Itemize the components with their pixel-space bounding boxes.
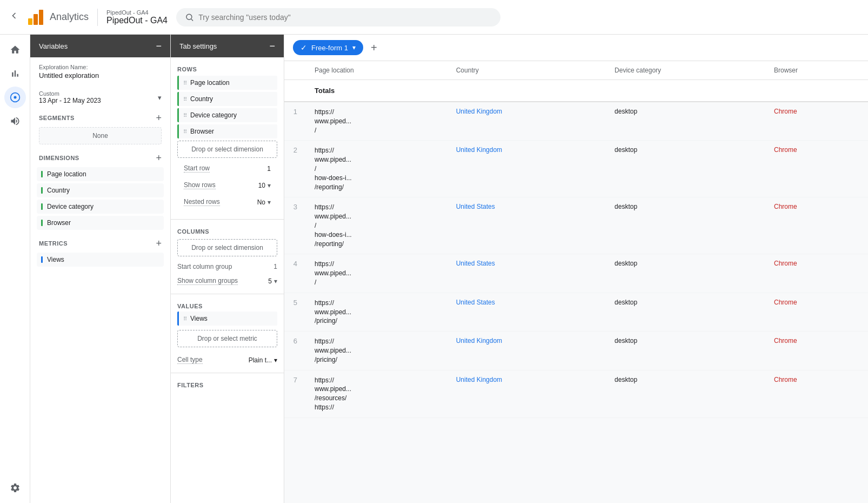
row-browser: Chrome	[765, 102, 868, 141]
date-chevron-icon[interactable]: ▾	[158, 94, 162, 102]
search-bar[interactable]	[176, 8, 500, 27]
data-table-container[interactable]: Page location Country Device category Br…	[284, 61, 868, 503]
tab-settings-panel-close[interactable]: −	[269, 41, 275, 51]
dimension-device-category[interactable]: Device category	[37, 200, 164, 214]
analytics-logo-icon	[26, 8, 45, 27]
drop-col-dimension[interactable]: Drop or select dimension	[177, 239, 277, 256]
account-main: PipedOut - GA4	[106, 16, 168, 25]
exploration-name-section: Exploration Name: Untitled exploration	[30, 57, 170, 86]
dim-bar-icon	[41, 220, 43, 226]
start-row-value[interactable]: 1	[267, 165, 271, 173]
row-country: United States	[448, 197, 606, 254]
drop-metric[interactable]: Drop or select metric	[177, 330, 277, 347]
dim-bar-icon	[41, 187, 43, 194]
show-col-groups-chevron-icon: ▾	[274, 277, 277, 285]
show-rows-select[interactable]: 10 ▾	[258, 182, 271, 189]
row-country[interactable]: ⠿ Country	[177, 92, 277, 106]
row-browser: Chrome	[765, 370, 868, 418]
show-col-groups-select[interactable]: 5 ▾	[268, 277, 277, 285]
tab-check-icon: ✓	[301, 43, 307, 52]
date-section[interactable]: Custom 13 Apr - 12 May 2023 ▾	[30, 86, 170, 109]
add-metric-button[interactable]: +	[156, 239, 162, 248]
exploration-name-label: Exploration Name:	[39, 64, 162, 70]
row-browser: Chrome	[765, 141, 868, 197]
topbar: Analytics PipedOut - GA4 PipedOut - GA4	[0, 0, 868, 35]
back-button[interactable]	[9, 10, 19, 24]
exploration-name: Untitled exploration	[39, 71, 162, 80]
row-country: United Kingdom	[448, 370, 606, 418]
row-browser[interactable]: ⠿ Browser	[177, 124, 277, 138]
col-num	[284, 61, 306, 80]
cell-type-select[interactable]: Plain t... ▾	[249, 356, 277, 364]
col-browser[interactable]: Browser	[765, 61, 868, 80]
active-tab[interactable]: ✓ Free-form 1 ▾	[293, 40, 363, 55]
tab-bar: ✓ Free-form 1 ▾ +	[284, 35, 868, 61]
account-sub: PipedOut - GA4	[106, 9, 168, 16]
date-label: Custom	[39, 90, 101, 97]
search-input[interactable]	[198, 13, 492, 22]
date-value: 13 Apr - 12 May 2023	[39, 97, 101, 104]
row-country: United Kingdom	[448, 332, 606, 370]
dimension-label: Country	[47, 187, 70, 194]
row-label: Country	[190, 95, 213, 103]
nav-settings[interactable]	[4, 477, 26, 499]
row-page-location: https:// www.piped... /pricing/	[306, 332, 448, 370]
drag-icon: ⠿	[183, 129, 187, 135]
drag-icon: ⠿	[183, 112, 187, 118]
nested-rows-select[interactable]: No ▾	[257, 198, 271, 206]
show-rows-label: Show rows	[184, 181, 216, 189]
segments-header: SEGMENTS +	[30, 109, 170, 127]
row-country: United States	[448, 254, 606, 293]
variables-panel-title: Variables	[39, 42, 68, 50]
add-tab-button[interactable]: +	[365, 39, 383, 56]
svg-rect-0	[28, 18, 32, 25]
nav-explore[interactable]	[4, 87, 26, 108]
row-page-location[interactable]: ⠿ Page location	[177, 76, 277, 90]
nav-reports[interactable]	[4, 63, 26, 84]
row-num: 4	[284, 254, 306, 293]
start-col-group-value: 1	[273, 263, 277, 270]
variables-panel: Variables − Exploration Name: Untitled e…	[30, 35, 171, 503]
totals-row: Totals	[284, 80, 868, 102]
segments-title: SEGMENTS	[39, 115, 75, 121]
row-device: desktop	[606, 332, 765, 370]
show-rows-chevron-icon: ▾	[268, 182, 271, 189]
drop-dimension-rows[interactable]: Drop or select dimension	[177, 141, 277, 158]
dimension-page-location[interactable]: Page location	[37, 167, 164, 181]
col-device-category[interactable]: Device category	[606, 61, 765, 80]
metric-bar-icon	[41, 256, 43, 263]
account-title: PipedOut - GA4 PipedOut - GA4	[106, 9, 168, 25]
table-row: 2 https:// www.piped... / how-does-i... …	[284, 141, 868, 197]
add-dimension-button[interactable]: +	[156, 153, 162, 163]
metric-views[interactable]: Views	[37, 253, 164, 267]
dimension-country[interactable]: Country	[37, 183, 164, 197]
row-num: 3	[284, 197, 306, 254]
add-segment-button[interactable]: +	[156, 113, 162, 123]
nav-advertising[interactable]	[4, 110, 26, 132]
row-device: desktop	[606, 370, 765, 418]
nested-rows-chevron-icon: ▾	[268, 198, 271, 206]
section-divider-3	[171, 373, 284, 373]
row-device-category[interactable]: ⠿ Device category	[177, 108, 277, 122]
row-country: United Kingdom	[448, 102, 606, 141]
table-row: 1 https:// www.piped... / United Kingdom…	[284, 102, 868, 141]
metrics-header: METRICS +	[30, 234, 170, 253]
row-country: United Kingdom	[448, 141, 606, 197]
col-page-location[interactable]: Page location	[306, 61, 448, 80]
drag-icon: ⠿	[183, 316, 187, 322]
tab-settings-panel-title: Tab settings	[179, 42, 217, 50]
row-device: desktop	[606, 102, 765, 141]
row-label: Page location	[190, 79, 230, 87]
col-country[interactable]: Country	[448, 61, 606, 80]
cell-type-label: Cell type	[177, 356, 203, 364]
nav-home[interactable]	[4, 39, 26, 61]
table-row: 7 https:// www.piped... /resources/ http…	[284, 370, 868, 418]
row-page-location: https:// www.piped... /	[306, 102, 448, 141]
row-page-location: https:// www.piped... / how-does-i... /r…	[306, 141, 448, 197]
dimension-browser[interactable]: Browser	[37, 216, 164, 230]
row-label: Device category	[190, 111, 237, 119]
row-num: 5	[284, 293, 306, 331]
variables-panel-close[interactable]: −	[156, 41, 162, 51]
tab-chevron-icon[interactable]: ▾	[352, 44, 356, 51]
value-views[interactable]: ⠿ Views	[177, 312, 277, 326]
